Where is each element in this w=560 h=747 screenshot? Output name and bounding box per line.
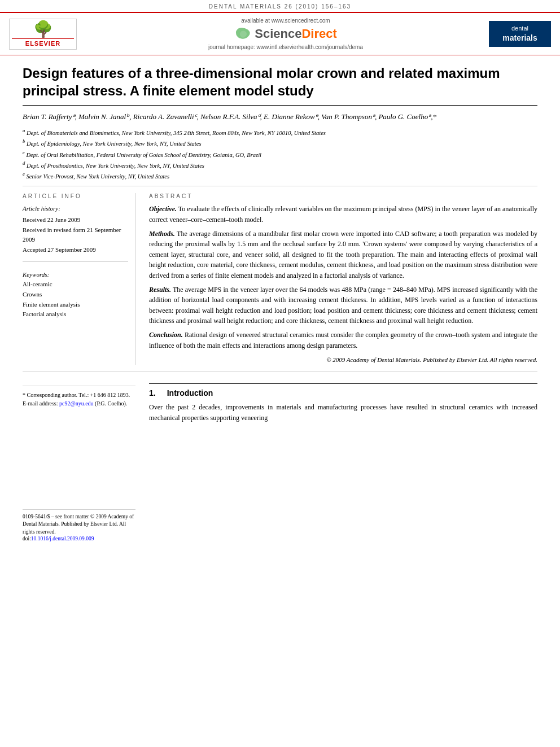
affiliation-b: b Dept. of Epidemiology, New York Univer…	[23, 138, 537, 148]
sciencedirect-logo: ScienceDirect	[88, 26, 483, 42]
keyword-3: Factorial analysis	[23, 309, 128, 320]
elsevier-text: ELSEVIER	[12, 38, 74, 47]
keywords-title: Keywords:	[23, 271, 128, 278]
dental-materials-text: dental materials	[489, 21, 551, 47]
authors-text: Brian T. Raffertyᵃ, Malvin N. Janalᵇ, Ri…	[23, 112, 436, 121]
conclusion-label: Conclusion.	[149, 331, 183, 339]
abstract-conclusion: Conclusion. Rational design of veneered …	[149, 330, 537, 351]
abstract-objective: Objective. To evaluate the effects of cl…	[149, 204, 537, 225]
article-info-column: ARTICLE INFO Article history: Received 2…	[23, 193, 135, 365]
abstract-results: Results. The average MPS in the veneer l…	[149, 285, 537, 326]
email-line: E-mail address: pc92@nyu.edu (P.G. Coelh…	[23, 399, 135, 408]
doi-text: doi:10.1016/j.dental.2009.09.009	[23, 536, 135, 541]
article-history: Article history: Received 22 June 2009 R…	[23, 204, 128, 255]
affiliations: a Dept. of Biomaterials and Biomimetics,…	[23, 127, 537, 186]
elsevier-tree-icon: 🌳	[33, 21, 53, 37]
divider	[23, 261, 128, 262]
section-title: Introduction	[167, 388, 213, 397]
keyword-0: All-ceramic	[23, 279, 128, 290]
bottom-left: * Corresponding author. Tel.: +1 646 812…	[23, 381, 135, 541]
doi-label: doi:	[23, 536, 31, 541]
conclusion-text: Rational design of veneered structural c…	[149, 331, 537, 350]
history-title: Article history:	[23, 204, 128, 214]
authors-section: Brian T. Raffertyᵃ, Malvin N. Janalᵇ, Ri…	[23, 106, 537, 126]
accepted-date: Accepted 27 September 2009	[23, 245, 128, 255]
elsevier-logo-container: 🌳 ELSEVIER	[9, 19, 82, 50]
sciencedirect-icon	[234, 26, 252, 42]
corresponding-author-line: * Corresponding author. Tel.: +1 646 812…	[23, 391, 135, 399]
abstract-copyright: © 2009 Academy of Dental Materials. Publ…	[149, 355, 537, 365]
article-info-label: ARTICLE INFO	[23, 193, 128, 199]
keywords-section: Keywords: All-ceramic Crowns Finite elem…	[23, 271, 128, 319]
results-text: The average MPS in the veneer layer over…	[149, 286, 537, 325]
available-text: available at www.sciencedirect.com	[88, 18, 483, 24]
abstract-column: ABSTRACT Objective. To evaluate the effe…	[149, 193, 537, 365]
article-body: ARTICLE INFO Article history: Received 2…	[23, 186, 537, 372]
keyword-2: Finite element analysis	[23, 300, 128, 310]
results-label: Results.	[149, 286, 171, 294]
dental-materials-badge: dental materials	[489, 21, 551, 47]
affiliation-c: c Dept. of Oral Rehabilitation, Federal …	[23, 149, 537, 159]
affiliation-a: a Dept. of Biomaterials and Biomimetics,…	[23, 127, 537, 137]
header-bar: 🌳 ELSEVIER available at www.sciencedirec…	[0, 12, 560, 55]
sciencedirect-text: ScienceDirect	[255, 27, 337, 41]
keyword-1: Crowns	[23, 290, 128, 300]
email-link[interactable]: pc92@nyu.edu	[59, 400, 94, 407]
revised-date: Received in revised form 21 September 20…	[23, 225, 128, 245]
methods-text: The average dimensions of a mandibular f…	[149, 230, 537, 279]
license-block: 0109-5641/$ – see front matter © 2009 Ac…	[23, 509, 135, 541]
elsevier-logo: 🌳 ELSEVIER	[9, 19, 77, 50]
introduction-text: Over the past 2 decades, improvements in…	[149, 402, 537, 423]
abstract-label: ABSTRACT	[149, 193, 537, 199]
objective-text: To evaluate the effects of clinically re…	[149, 205, 537, 224]
bottom-section: * Corresponding author. Tel.: +1 646 812…	[23, 372, 537, 541]
objective-label: Objective.	[149, 205, 177, 213]
dm-materials-label: materials	[493, 33, 546, 44]
doi-link[interactable]: 10.1016/j.dental.2009.09.009	[31, 536, 94, 541]
journal-line: DENTAL MATERIALS 26 (2010) 156–163	[0, 0, 560, 12]
dm-dental-label: dental	[493, 24, 546, 33]
introduction-section: 1. Introduction Over the past 2 decades,…	[149, 381, 537, 423]
affiliation-d: d Dept. of Prosthodontics, New York Univ…	[23, 160, 537, 170]
abstract-methods: Methods. The average dimensions of a man…	[149, 229, 537, 281]
main-content: Design features of a three-dimensional m…	[0, 55, 560, 541]
methods-label: Methods.	[149, 230, 175, 238]
abstract-text: Objective. To evaluate the effects of cl…	[149, 204, 537, 365]
journal-homepage: journal homepage: www.intl.elsevierhealt…	[88, 44, 483, 50]
received-date: Received 22 June 2009	[23, 215, 128, 225]
title-section: Design features of a three-dimensional m…	[23, 55, 537, 106]
email-label: E-mail address:	[23, 400, 58, 407]
email-attribution: (P.G. Coelho).	[95, 400, 127, 407]
bottom-right: 1. Introduction Over the past 2 decades,…	[149, 381, 537, 541]
affiliation-e: e Senior Vice-Provost, New York Universi…	[23, 171, 537, 181]
header-center: available at www.sciencedirect.com Scien…	[88, 18, 483, 50]
article-title: Design features of a three-dimensional m…	[23, 64, 537, 99]
license-text: 0109-5641/$ – see front matter © 2009 Ac…	[23, 509, 135, 536]
section-number: 1.	[149, 388, 156, 397]
corresponding-note: * Corresponding author. Tel.: +1 646 812…	[23, 386, 135, 408]
section-header: 1. Introduction	[149, 383, 537, 397]
